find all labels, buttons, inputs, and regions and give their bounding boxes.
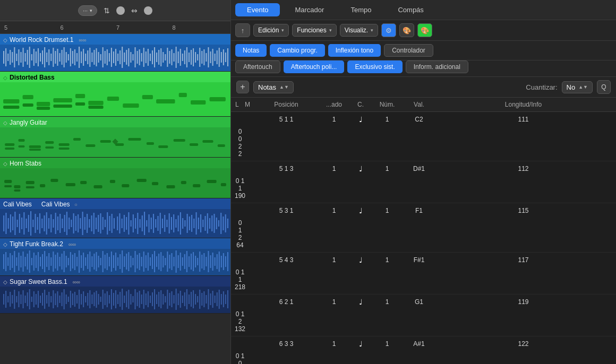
filter-controlador-btn[interactable]: Controlador <box>384 44 433 57</box>
svg-rect-8 <box>20 52 21 63</box>
svg-rect-97 <box>212 49 213 66</box>
svg-rect-243 <box>180 212 181 235</box>
tab-evento[interactable]: Evento <box>235 3 280 16</box>
transport-arrows2[interactable]: ⇔ <box>131 6 138 15</box>
toolbar-filter-icon-btn[interactable]: ⚙ <box>381 23 396 37</box>
svg-rect-86 <box>189 53 190 62</box>
svg-rect-187 <box>53 219 54 228</box>
svg-rect-189 <box>57 216 58 230</box>
row5-l <box>235 337 245 350</box>
track-world-rock-header[interactable]: ◇ World Rock Drumset.1 ∞∞ <box>0 34 230 45</box>
svg-rect-188 <box>55 213 56 234</box>
track-tight-funk-loop: ∞∞ <box>69 241 76 247</box>
svg-rect-425 <box>122 289 123 310</box>
svg-rect-27 <box>62 50 63 65</box>
toolbar-green-btn[interactable]: 🎨 <box>417 23 432 37</box>
filter-inflexion-btn[interactable]: Inflexión tono <box>328 44 381 57</box>
svg-rect-101 <box>221 52 222 63</box>
filter-aftertouch-poli-btn[interactable]: Aftertouch poli... <box>284 60 345 73</box>
cuantizar-select[interactable]: No ▲▼ <box>562 81 593 93</box>
svg-rect-212 <box>109 216 110 231</box>
row4-position: 6 2 1 <box>254 296 318 308</box>
svg-rect-410 <box>89 290 90 308</box>
svg-rect-232 <box>155 219 156 228</box>
svg-rect-433 <box>139 291 140 308</box>
table-row[interactable]: 5 1 1 1 ♩ 1 C2 111 0 0 2 2 <box>231 112 616 161</box>
track-distorted-bass-header[interactable]: ◇ Distorted Bass <box>0 72 230 82</box>
transport-arrows[interactable]: ⇅ <box>104 6 110 15</box>
svg-rect-107 <box>37 102 50 106</box>
svg-rect-357 <box>201 255 202 268</box>
notas-add-btn[interactable]: + <box>236 81 249 93</box>
svg-rect-303 <box>85 257 86 266</box>
svg-rect-371 <box>5 291 6 308</box>
svg-rect-454 <box>184 292 185 306</box>
svg-rect-179 <box>35 214 36 233</box>
svg-rect-407 <box>83 291 84 307</box>
svg-rect-152 <box>93 185 102 188</box>
toolbar-palette-btn[interactable]: 🎨 <box>399 23 414 37</box>
track-cali-vibes-header[interactable]: Cali Vibes Cali Vibes ○ <box>0 198 230 209</box>
svg-rect-277 <box>29 250 30 273</box>
tab-marcador[interactable]: Marcador <box>283 3 336 16</box>
svg-rect-132 <box>115 143 124 146</box>
svg-rect-459 <box>195 294 196 305</box>
svg-rect-285 <box>46 256 47 267</box>
transport-knob[interactable] <box>116 6 125 15</box>
svg-rect-213 <box>112 214 113 233</box>
table-row[interactable]: 5 3 1 1 ♩ 1 F1 115 0 1 2 64 <box>231 203 616 253</box>
table-row[interactable]: 6 2 1 1 ♩ 1 G1 119 0 1 2 132 <box>231 294 616 336</box>
q-btn[interactable]: Q <box>597 80 611 94</box>
svg-rect-344 <box>174 257 175 266</box>
svg-rect-471 <box>221 294 222 305</box>
toolbar-edicion-dropdown[interactable]: Edición ▾ <box>253 24 289 37</box>
row1-c: 1 <box>371 162 403 175</box>
tab-tempo[interactable]: Tempo <box>339 3 383 16</box>
svg-rect-369 <box>227 252 228 271</box>
svg-rect-19 <box>44 47 45 67</box>
track-tight-funk-header[interactable]: ◇ Tight Funk Break.2 ∞∞ <box>0 238 230 249</box>
row2-estado: 1 <box>318 204 350 217</box>
row1-position: 5 1 3 <box>254 162 318 175</box>
svg-rect-144 <box>59 148 70 150</box>
filter-exclusivo-btn[interactable]: Exclusivo sist. <box>347 60 402 73</box>
svg-rect-165 <box>3 215 4 231</box>
filter-cambio-progr-btn[interactable]: Cambio progr. <box>270 44 324 57</box>
notas-type-select[interactable]: Notas ▲▼ <box>253 81 294 93</box>
svg-rect-11 <box>27 50 28 65</box>
row2-c: 1 <box>371 204 403 217</box>
table-row[interactable]: 5 1 3 1 ♩ 1 D#1 112 0 1 1 190 <box>231 161 616 203</box>
table-row[interactable]: 5 4 3 1 ♩ 1 F#1 117 0 1 1 218 <box>231 253 616 294</box>
svg-rect-163 <box>14 189 20 192</box>
svg-rect-368 <box>225 256 226 267</box>
svg-rect-143 <box>45 146 54 149</box>
transport-menu-btn[interactable]: ··· ▾ <box>78 5 97 16</box>
toolbar-visualiz-dropdown[interactable]: Visualiz. ▾ <box>340 24 378 37</box>
filter-aftertouch-btn[interactable]: Aftertouch <box>235 60 280 73</box>
track-cali-vibes-name: Cali Vibes <box>3 201 32 208</box>
toolbar-funciones-dropdown[interactable]: Funciones ▾ <box>292 24 336 37</box>
svg-rect-252 <box>200 214 201 232</box>
svg-rect-326 <box>135 251 136 272</box>
filter-inform-adicional-btn[interactable]: Inform. adicional <box>406 60 468 73</box>
table-row[interactable]: 6 3 3 1 ♩ 1 A#1 122 0 1 0 222 <box>231 336 616 364</box>
svg-rect-74 <box>162 52 164 63</box>
table-header: L M Posición ...ado C. Núm. Val. Longitu… <box>231 98 616 112</box>
track-jangly-guitar-header[interactable]: ◇ Jangly Guitar <box>0 117 230 127</box>
track-horn-stabs-header[interactable]: ◇ Horn Stabs <box>0 158 230 168</box>
track-sugar-sweet-header[interactable]: ◇ Sugar Sweet Bass.1 ∞∞ <box>0 276 230 287</box>
filter-notas-btn[interactable]: Notas <box>235 44 267 57</box>
row1-m <box>245 162 254 175</box>
toolbar-up-btn[interactable]: ↑ <box>235 23 250 37</box>
svg-rect-120 <box>37 107 50 110</box>
svg-rect-260 <box>218 220 219 227</box>
svg-rect-0 <box>3 51 4 64</box>
svg-rect-453 <box>182 296 183 303</box>
svg-rect-378 <box>20 294 21 304</box>
svg-rect-81 <box>178 51 179 63</box>
track-horn-stabs-name: Horn Stabs <box>10 160 41 167</box>
track-world-rock-loop: ∞∞ <box>79 37 86 43</box>
tab-compas[interactable]: Compás <box>386 3 435 16</box>
svg-rect-309 <box>98 256 99 267</box>
transport-knob2[interactable] <box>144 6 152 15</box>
